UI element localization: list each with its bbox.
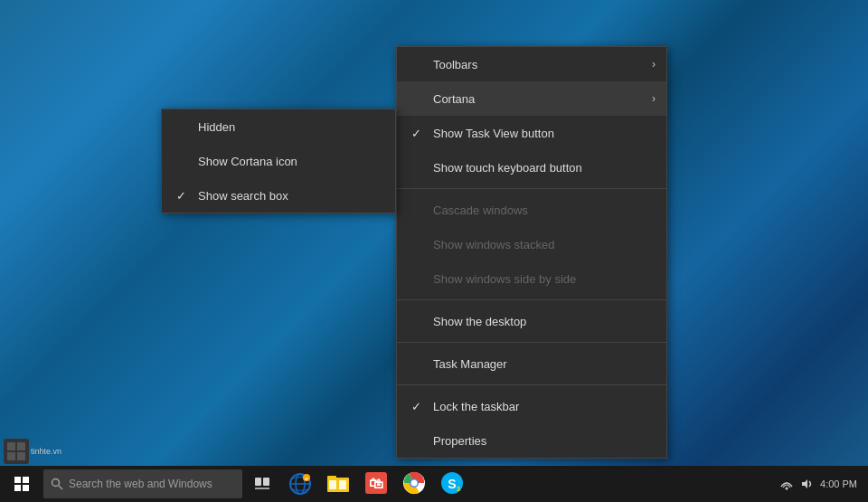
windows-side-by-side-label: Show windows side by side: [433, 272, 576, 286]
skype-button[interactable]: S 3: [434, 466, 470, 502]
cortana-hidden-label: Hidden: [198, 120, 235, 134]
cascade-item[interactable]: Cascade windows: [397, 193, 666, 227]
task-manager-item[interactable]: Task Manager: [397, 346, 666, 381]
cortana-arrow-icon: ›: [652, 92, 656, 105]
svg-rect-7: [263, 478, 269, 486]
explorer-icon: [326, 471, 350, 497]
svg-rect-1: [23, 477, 29, 483]
tinhte-icon: [6, 441, 26, 461]
windows-stacked-item[interactable]: Show windows stacked: [397, 227, 666, 261]
ie-icon: e: [288, 471, 313, 497]
tinhte-text: tinhte.vn: [31, 447, 61, 456]
lock-taskbar-item[interactable]: ✓ Lock the taskbar: [397, 389, 666, 423]
task-manager-label: Task Manager: [433, 357, 507, 371]
toolbars-arrow-icon: ›: [652, 58, 656, 71]
svg-rect-6: [255, 478, 261, 486]
svg-rect-28: [17, 442, 25, 450]
cortana-hidden-item[interactable]: Hidden: [162, 109, 395, 144]
touch-keyboard-item[interactable]: Show touch keyboard button: [397, 150, 666, 185]
lock-taskbar-label: Lock the taskbar: [433, 400, 519, 413]
svg-rect-16: [329, 480, 336, 489]
main-context-menu: Toolbars › Cortana › ✓ Show Task View bu…: [396, 46, 667, 459]
start-button[interactable]: [4, 466, 40, 502]
svg-point-26: [786, 488, 788, 490]
svg-rect-29: [7, 452, 15, 460]
svg-line-5: [59, 486, 62, 489]
separator-1: [397, 188, 666, 189]
ie-button[interactable]: e: [282, 466, 318, 502]
separator-3: [397, 342, 666, 343]
network-icon[interactable]: [780, 478, 793, 490]
skype-icon: S 3: [440, 471, 464, 497]
cascade-label: Cascade windows: [433, 204, 528, 217]
show-desktop-item[interactable]: Show the desktop: [397, 304, 666, 338]
windows-logo-icon: [14, 477, 29, 491]
svg-rect-0: [14, 477, 21, 483]
cortana-label: Cortana: [433, 92, 475, 106]
separator-4: [397, 384, 666, 385]
task-view-item[interactable]: ✓ Show Task View button: [397, 116, 666, 150]
explorer-button[interactable]: [320, 466, 356, 502]
svg-text:🛍: 🛍: [369, 476, 383, 491]
chrome-icon: [402, 471, 426, 497]
task-view-button[interactable]: [244, 466, 280, 502]
clock-display: 4:00 PM: [820, 478, 857, 489]
svg-rect-2: [14, 485, 21, 491]
separator-2: [397, 299, 666, 300]
svg-text:3: 3: [457, 485, 461, 493]
volume-icon[interactable]: [800, 478, 813, 490]
search-icon: [51, 478, 63, 490]
cortana-search-bar[interactable]: Search the web and Windows: [43, 469, 242, 498]
search-placeholder: Search the web and Windows: [69, 478, 212, 490]
windows-side-by-side-item[interactable]: Show windows side by side: [397, 261, 666, 296]
svg-rect-30: [17, 452, 25, 460]
properties-label: Properties: [433, 434, 486, 448]
lock-taskbar-check: ✓: [411, 400, 429, 413]
svg-rect-15: [327, 476, 336, 479]
store-icon: 🛍: [364, 471, 388, 497]
cortana-search-item[interactable]: ✓ Show search box: [162, 178, 395, 213]
cortana-search-check: ✓: [176, 189, 194, 203]
show-desktop-label: Show the desktop: [433, 315, 526, 328]
cortana-item[interactable]: Cortana ›: [397, 81, 666, 116]
svg-rect-27: [7, 442, 15, 450]
task-view-check: ✓: [411, 127, 429, 140]
tinhte-logo: tinhte.vn: [4, 439, 61, 464]
taskbar: Search the web and Windows e: [0, 466, 868, 502]
store-button[interactable]: 🛍: [358, 466, 394, 502]
properties-item[interactable]: Properties: [397, 423, 666, 458]
svg-point-4: [52, 479, 60, 487]
cortana-submenu: Hidden Show Cortana icon ✓ Show search b…: [161, 109, 396, 213]
task-view-icon: [255, 478, 269, 490]
cortana-icon-label: Show Cortana icon: [198, 155, 297, 168]
svg-point-22: [411, 479, 418, 486]
svg-rect-3: [23, 485, 29, 491]
toolbars-label: Toolbars: [433, 58, 477, 71]
toolbars-item[interactable]: Toolbars ›: [397, 47, 666, 81]
cortana-icon-item[interactable]: Show Cortana icon: [162, 144, 395, 178]
task-view-label: Show Task View button: [433, 127, 554, 140]
touch-keyboard-label: Show touch keyboard button: [433, 161, 582, 175]
windows-stacked-label: Show windows stacked: [433, 238, 554, 251]
cortana-search-label: Show search box: [198, 189, 288, 203]
chrome-button[interactable]: [396, 466, 432, 502]
svg-rect-17: [339, 480, 346, 489]
taskbar-right-area: 4:00 PM: [780, 478, 864, 490]
svg-text:S: S: [448, 477, 456, 491]
